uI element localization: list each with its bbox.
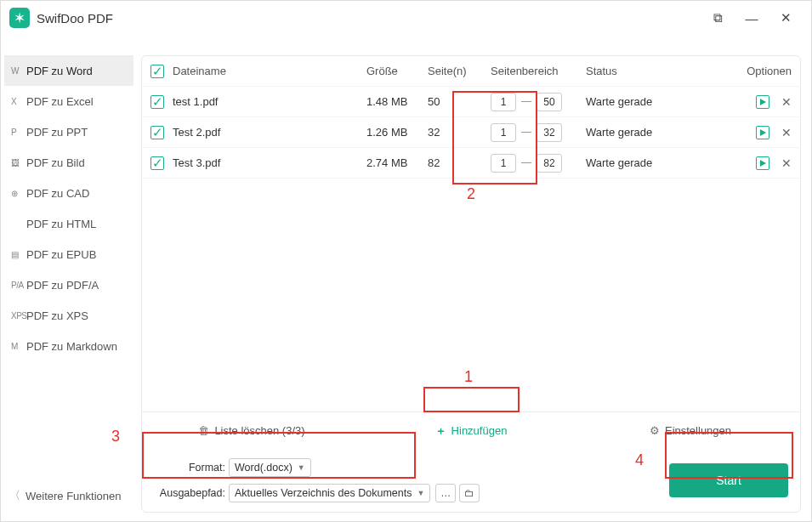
header-name: Dateiname: [173, 65, 366, 77]
clear-list-label: Liste löschen (3/3): [214, 424, 304, 437]
format-select[interactable]: Word(.docx) ▼: [229, 458, 311, 477]
output-more-button[interactable]: …: [435, 484, 456, 502]
page-range: [491, 154, 586, 173]
gear-icon: ⚙: [650, 424, 660, 437]
clear-list-button[interactable]: 🗑 Liste löschen (3/3): [142, 424, 361, 437]
header-pages: Seite(n): [428, 65, 491, 77]
plus-icon: ＋: [435, 423, 446, 439]
sidebar-item[interactable]: ⊕PDF zu CAD: [4, 178, 133, 208]
remove-button[interactable]: ✕: [781, 95, 792, 109]
sidebar-item[interactable]: PDF zu HTML: [4, 208, 133, 239]
table-row: ✓Test 3.pdf2.74 MB82Warte gerade✕: [142, 148, 800, 179]
start-label: Start: [716, 474, 741, 487]
svg-marker-2: [760, 160, 766, 167]
output-folder-button[interactable]: 🗀: [459, 484, 480, 502]
play-icon: [759, 99, 766, 105]
sidebar-item-label: PDF zu Markdown: [26, 340, 117, 353]
file-status: Warte gerade: [586, 126, 730, 139]
sidebar-item[interactable]: ▤PDF zu EPUB: [4, 239, 133, 270]
sidebar-item-label: PDF zu XPS: [26, 309, 88, 322]
folder-icon: 🗀: [464, 487, 474, 499]
remove-button[interactable]: ✕: [781, 126, 792, 139]
chevron-down-icon: ▼: [417, 489, 424, 497]
file-size: 1.48 MB: [366, 95, 428, 108]
format-badge-icon: M: [11, 342, 26, 351]
preview-button[interactable]: [756, 95, 769, 109]
play-icon: [759, 160, 766, 167]
file-size: 2.74 MB: [366, 156, 428, 169]
sidebar-item-label: PDF zu PDF/A: [26, 279, 99, 292]
add-button[interactable]: ＋ Hinzufügen: [361, 423, 581, 439]
output-select[interactable]: Aktuelles Verzeichnis des Dokuments ▼: [229, 484, 430, 502]
range-from-input[interactable]: [491, 123, 516, 142]
trash-icon: 🗑: [198, 424, 209, 437]
format-badge-icon: ▤: [11, 250, 26, 259]
row-checkbox[interactable]: ✓: [150, 156, 164, 170]
bottom-bar: Format: Word(.docx) ▼ Ausgabepfad: Aktue…: [142, 449, 800, 512]
select-all-checkbox[interactable]: ✓: [150, 65, 164, 78]
output-value: Aktuelles Verzeichnis des Dokuments: [235, 487, 412, 499]
sidebar-item[interactable]: 🖼PDF zu Bild: [4, 147, 133, 178]
format-row: Format: Word(.docx) ▼: [154, 458, 480, 477]
add-label: Hinzufügen: [451, 424, 508, 437]
start-button[interactable]: Start: [669, 463, 788, 497]
sidebar-item-label: PDF zu EPUB: [26, 248, 96, 261]
sidebar-item-label: PDF zu Word: [26, 65, 93, 77]
window-close-icon[interactable]: ✕: [769, 3, 803, 33]
list-toolbar: 🗑 Liste löschen (3/3) ＋ Hinzufügen ⚙ Ein…: [142, 411, 800, 449]
header-range: Seitenbereich: [491, 65, 586, 77]
range-to-input[interactable]: [537, 154, 562, 173]
play-icon: [759, 129, 766, 136]
range-to-input[interactable]: [537, 93, 562, 111]
output-label: Ausgabepfad:: [154, 487, 229, 499]
more-functions-label: Weitere Funktionen: [26, 490, 122, 502]
format-badge-icon: P/A: [11, 281, 26, 290]
page-range: [491, 123, 586, 142]
sidebar-item-label: PDF zu Excel: [26, 95, 94, 108]
row-checkbox[interactable]: ✓: [150, 126, 164, 139]
window-minimize-icon[interactable]: —: [735, 3, 769, 33]
remove-button[interactable]: ✕: [781, 156, 792, 170]
sidebar-item-label: PDF zu Bild: [26, 156, 85, 169]
sidebar-item[interactable]: PPDF zu PPT: [4, 116, 133, 147]
range-from-input[interactable]: [491, 93, 516, 111]
format-badge-icon: P: [11, 128, 26, 137]
row-checkbox[interactable]: ✓: [150, 95, 164, 109]
format-badge-icon: X: [11, 97, 26, 106]
settings-label: Einstellungen: [665, 424, 731, 437]
sidebar-item[interactable]: XPSPDF zu XPS: [4, 300, 133, 331]
range-to-input[interactable]: [537, 123, 562, 142]
titlebar: ✶ SwifDoo PDF ⧉ — ✕: [1, 1, 811, 35]
sidebar-item[interactable]: XPDF zu Excel: [4, 86, 133, 116]
file-name: test 1.pdf: [173, 95, 366, 108]
svg-marker-1: [760, 129, 766, 136]
svg-marker-0: [760, 99, 766, 105]
file-status: Warte gerade: [586, 95, 730, 108]
header-status: Status: [586, 65, 730, 77]
preview-button[interactable]: [756, 156, 769, 170]
file-name: Test 2.pdf: [173, 126, 366, 139]
sidebar-item[interactable]: P/APDF zu PDF/A: [4, 270, 133, 300]
sidebar-item[interactable]: WPDF zu Word: [4, 55, 133, 86]
file-pages: 32: [428, 126, 491, 139]
format-badge-icon: ⊕: [11, 189, 26, 198]
file-size: 1.26 MB: [366, 126, 428, 139]
app-title: SwifDoo PDF: [37, 11, 113, 26]
format-badge-icon: 🖼: [11, 158, 26, 167]
settings-button[interactable]: ⚙ Einstellungen: [581, 424, 800, 437]
table-row: ✓Test 2.pdf1.26 MB32Warte gerade✕: [142, 117, 800, 148]
more-functions[interactable]: 〈 Weitere Funktionen: [4, 479, 133, 513]
range-dash-icon: [521, 132, 531, 133]
table-row: ✓test 1.pdf1.48 MB50Warte gerade✕: [142, 87, 800, 117]
preview-button[interactable]: [756, 126, 769, 139]
main-panel: ✓ Dateiname Größe Seite(n) Seitenbereich…: [141, 55, 801, 513]
range-dash-icon: [521, 162, 531, 163]
format-badge-icon: XPS: [11, 311, 26, 321]
range-from-input[interactable]: [491, 154, 516, 173]
output-row: Ausgabepfad: Aktuelles Verzeichnis des D…: [154, 484, 480, 502]
sidebar-item[interactable]: MPDF zu Markdown: [4, 331, 133, 361]
window-compact-icon[interactable]: ⧉: [701, 3, 735, 33]
sidebar-item-label: PDF zu CAD: [26, 187, 89, 200]
format-label: Format:: [154, 462, 229, 474]
file-pages: 50: [428, 95, 491, 108]
